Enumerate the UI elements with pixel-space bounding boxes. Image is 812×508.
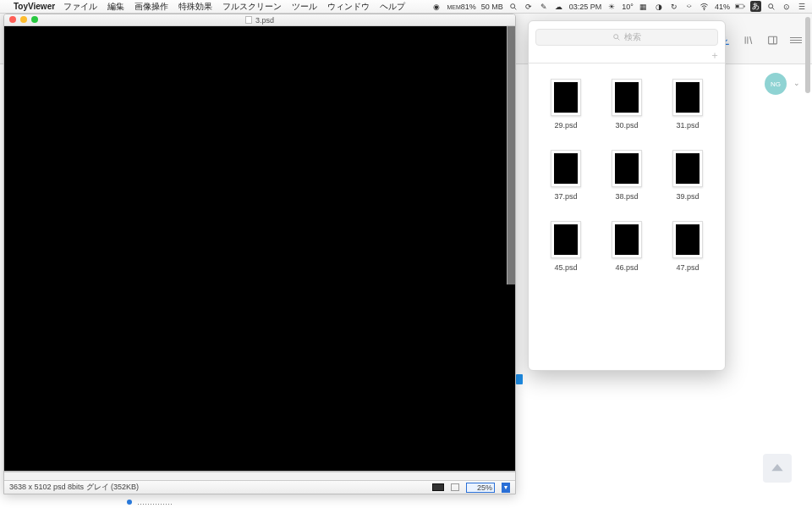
- page-peek-text: ‥‥‥‥‥‥‥: [127, 498, 173, 506]
- weather-icon[interactable]: ☀: [606, 2, 617, 12]
- file-item[interactable]: 29.psd: [551, 79, 581, 130]
- menu-window[interactable]: ウィンドウ: [327, 1, 370, 13]
- status-clock[interactable]: 03:25 PM: [569, 3, 602, 11]
- svg-rect-5: [744, 6, 745, 8]
- file-item[interactable]: 47.psd: [672, 221, 703, 272]
- file-item[interactable]: 31.psd: [672, 79, 703, 130]
- hamburger-icon[interactable]: [790, 37, 802, 43]
- file-name: 30.psd: [615, 121, 638, 130]
- battery-icon[interactable]: [735, 2, 745, 12]
- menu-tools[interactable]: ツール: [292, 1, 317, 13]
- back-to-top-button[interactable]: [763, 454, 792, 483]
- sync-icon[interactable]: ⟳: [524, 2, 534, 12]
- file-grid: 29.psd 30.psd 31.psd 37.psd 38.psd 39.ps…: [529, 64, 725, 279]
- svg-point-6: [769, 3, 773, 8]
- file-name: 39.psd: [676, 192, 699, 201]
- file-name: 47.psd: [676, 263, 699, 272]
- peek-label: ‥‥‥‥‥‥‥: [137, 498, 173, 506]
- file-name: 45.psd: [554, 263, 577, 272]
- status-extra1-icon[interactable]: ▦: [639, 2, 649, 12]
- menu-file[interactable]: ファイル: [63, 1, 97, 13]
- display-mode-icon[interactable]: [432, 483, 444, 491]
- file-thumbnail: [612, 150, 642, 187]
- status-mem-size[interactable]: 50 MB: [481, 3, 503, 11]
- svg-rect-4: [736, 5, 739, 8]
- window-titlebar[interactable]: 3.psd: [4, 14, 515, 26]
- svg-point-2: [705, 9, 705, 10]
- svg-point-1: [510, 3, 514, 8]
- app-name[interactable]: ToyViewer: [14, 2, 55, 11]
- image-info: 3638 x 5102 psd 8bits グレイ (352KB): [9, 482, 139, 493]
- background-scrollbar[interactable]: [805, 17, 810, 93]
- panel-tabbar: ＋: [529, 48, 725, 64]
- control-center-icon[interactable]: ⊙: [782, 2, 792, 12]
- display-mode-alt-icon[interactable]: [451, 483, 459, 491]
- close-button[interactable]: [9, 16, 16, 23]
- avatar[interactable]: NG: [765, 73, 787, 95]
- file-icon: [245, 16, 252, 24]
- eyedropper-icon[interactable]: ✎: [539, 2, 549, 12]
- zoom-dropdown-caret[interactable]: ▾: [502, 483, 510, 493]
- menu-fullscreen[interactable]: フルスクリーン: [222, 1, 282, 13]
- add-tab-button[interactable]: ＋: [710, 48, 720, 63]
- notification-icon[interactable]: ☰: [797, 2, 807, 12]
- svg-rect-0: [768, 36, 776, 44]
- file-thumbnail: [672, 79, 703, 116]
- minimize-button[interactable]: [20, 16, 27, 23]
- status-extra3-icon[interactable]: ↻: [669, 2, 679, 12]
- file-name: 31.psd: [676, 121, 699, 130]
- file-thumbnail: [612, 221, 642, 258]
- file-item[interactable]: 45.psd: [551, 221, 581, 272]
- file-item[interactable]: 39.psd: [672, 150, 703, 201]
- menubar-status: ◉ MEM81% 50 MB ⟳ ✎ ☁ 03:25 PM ☀ 10° ▦ ◑ …: [431, 1, 807, 12]
- zoom-button[interactable]: [31, 16, 38, 23]
- spotlight-icon[interactable]: [766, 2, 776, 12]
- bluetooth-icon[interactable]: ⌔: [684, 2, 694, 12]
- status-ime[interactable]: あ: [750, 1, 761, 12]
- horizontal-scrollbar[interactable]: [4, 472, 515, 480]
- background-toolbar-icons: [719, 34, 802, 46]
- search-icon[interactable]: [508, 2, 518, 12]
- avatar-menu-caret[interactable]: ⌄: [793, 79, 800, 87]
- file-browser-panel: 検索 ＋ 29.psd 30.psd 31.psd 37.psd 38.psd …: [528, 20, 726, 371]
- menu-effects[interactable]: 特殊効果: [178, 1, 212, 13]
- file-name: 37.psd: [554, 192, 577, 201]
- search-placeholder: 検索: [624, 31, 641, 43]
- status-mem[interactable]: MEM81%: [447, 3, 475, 11]
- image-canvas[interactable]: [4, 26, 515, 472]
- menubar: ToyViewer ファイル 編集 画像操作 特殊効果 フルスクリーン ツール …: [0, 0, 812, 14]
- bullet-icon: [127, 500, 132, 505]
- traffic-lights: [9, 16, 38, 23]
- menu-help[interactable]: ヘルプ: [380, 1, 405, 13]
- search-input[interactable]: 検索: [535, 29, 718, 46]
- file-thumbnail: [551, 221, 581, 258]
- file-thumbnail: [672, 150, 703, 187]
- menu-edit[interactable]: 編集: [107, 1, 124, 13]
- blue-indicator: [516, 374, 523, 384]
- window-title: 3.psd: [245, 16, 274, 25]
- status-battery-pct[interactable]: 41%: [715, 3, 730, 11]
- sidebar-icon[interactable]: [766, 34, 778, 46]
- file-item[interactable]: 37.psd: [551, 150, 581, 201]
- status-temp[interactable]: 10°: [622, 3, 634, 11]
- vertical-scrollbar[interactable]: [507, 26, 515, 284]
- file-name: 29.psd: [554, 121, 577, 130]
- svg-point-7: [614, 35, 618, 39]
- search-icon: [612, 33, 621, 41]
- file-item[interactable]: 30.psd: [612, 79, 642, 130]
- file-item[interactable]: 46.psd: [612, 221, 642, 272]
- file-item[interactable]: 38.psd: [612, 150, 642, 201]
- file-name: 46.psd: [615, 263, 638, 272]
- cloud-icon[interactable]: ☁: [554, 2, 564, 12]
- status-extra2-icon[interactable]: ◑: [654, 2, 664, 12]
- file-thumbnail: [672, 221, 703, 258]
- library-icon[interactable]: [743, 34, 754, 46]
- file-thumbnail: [551, 150, 581, 187]
- file-name: 38.psd: [615, 192, 638, 201]
- window-title-text: 3.psd: [255, 16, 274, 25]
- search-row: 検索: [529, 21, 725, 48]
- menu-image[interactable]: 画像操作: [134, 1, 168, 13]
- zoom-field[interactable]: 25%: [466, 483, 495, 493]
- status-app-icon[interactable]: ◉: [431, 2, 442, 12]
- wifi-icon[interactable]: [700, 2, 710, 12]
